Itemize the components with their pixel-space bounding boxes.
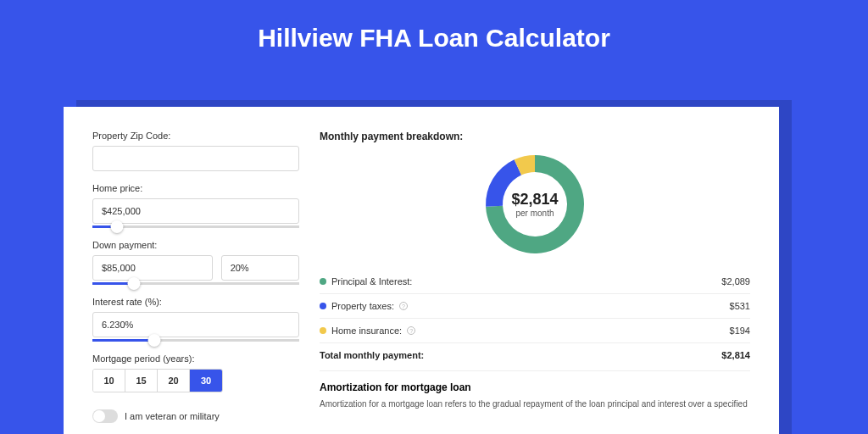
form-column: Property Zip Code: Home price: Down paym… xyxy=(92,131,299,434)
legend-dot xyxy=(320,303,326,309)
down-payment-pct-input[interactable] xyxy=(221,255,299,281)
legend-dot xyxy=(320,278,326,285)
period-btn-10[interactable]: 10 xyxy=(93,370,125,392)
legend-row: Property taxes:?$531 xyxy=(320,293,750,318)
info-icon[interactable]: ? xyxy=(399,302,408,310)
down-payment-input[interactable] xyxy=(92,255,213,281)
home-price-input[interactable] xyxy=(92,198,299,224)
legend-dot xyxy=(320,327,326,334)
period-btn-30[interactable]: 30 xyxy=(190,370,222,392)
interest-slider[interactable] xyxy=(92,339,299,342)
home-price-slider[interactable] xyxy=(92,225,299,228)
total-label: Total monthly payment: xyxy=(320,350,424,360)
legend-value: $2,089 xyxy=(721,276,750,287)
legend-label: Property taxes: xyxy=(331,301,394,311)
calculator-card: Property Zip Code: Home price: Down paym… xyxy=(64,107,779,434)
interest-input[interactable] xyxy=(92,312,299,337)
legend-value: $194 xyxy=(730,326,750,336)
legend: Principal & Interest:$2,089Property taxe… xyxy=(320,270,750,342)
interest-label: Interest rate (%): xyxy=(92,297,299,307)
legend-label: Principal & Interest: xyxy=(331,276,412,287)
total-value: $2,814 xyxy=(721,350,750,360)
zip-label: Property Zip Code: xyxy=(92,131,299,141)
donut-center: $2,814 per month xyxy=(511,191,558,218)
page-title: Hillview FHA Loan Calculator xyxy=(0,0,868,71)
veteran-toggle[interactable] xyxy=(92,409,118,423)
donut-total: $2,814 xyxy=(511,191,558,209)
veteran-label: I am veteran or military xyxy=(125,411,220,421)
down-payment-label: Down payment: xyxy=(92,240,299,250)
legend-row: Principal & Interest:$2,089 xyxy=(320,270,750,293)
donut-sub: per month xyxy=(511,209,558,218)
breakdown-heading: Monthly payment breakdown: xyxy=(320,131,750,142)
slider-thumb[interactable] xyxy=(148,334,161,347)
legend-label: Home insurance: xyxy=(331,326,402,336)
toggle-knob xyxy=(93,410,105,422)
donut-chart: $2,814 per month xyxy=(320,151,750,258)
period-btn-15[interactable]: 15 xyxy=(125,370,158,392)
amortization-text: Amortization for a mortgage loan refers … xyxy=(320,398,750,410)
slider-thumb[interactable] xyxy=(111,220,124,233)
info-icon[interactable]: ? xyxy=(407,326,415,335)
period-group: 10152030 xyxy=(92,369,223,392)
down-payment-slider[interactable] xyxy=(92,282,299,285)
period-btn-20[interactable]: 20 xyxy=(158,370,190,392)
amortization-heading: Amortization for mortgage loan xyxy=(320,370,750,393)
period-label: Mortgage period (years): xyxy=(92,353,299,364)
breakdown-column: Monthly payment breakdown: $2,814 per mo… xyxy=(320,131,750,434)
total-row: Total monthly payment: $2,814 xyxy=(320,342,750,367)
slider-thumb[interactable] xyxy=(127,277,140,290)
legend-row: Home insurance:?$194 xyxy=(320,318,750,342)
slider-fill xyxy=(92,339,154,342)
zip-input[interactable] xyxy=(92,146,299,171)
legend-value: $531 xyxy=(730,301,750,311)
home-price-label: Home price: xyxy=(92,183,299,193)
